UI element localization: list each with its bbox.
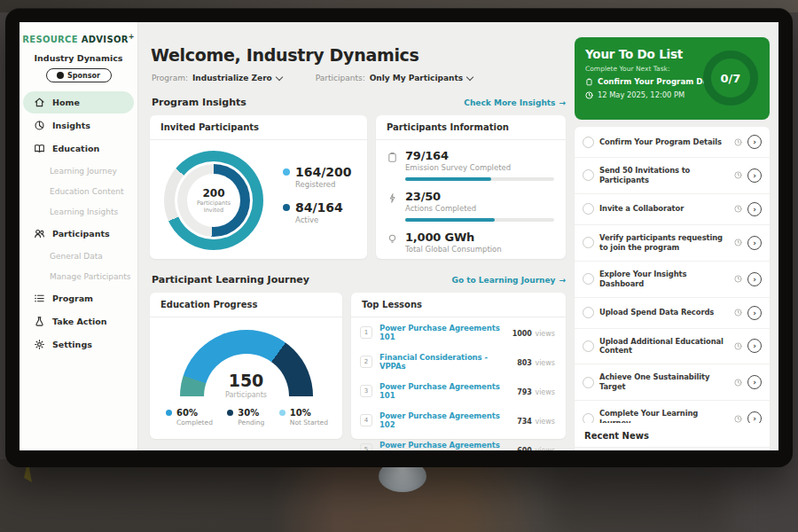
sponsor-badge: Sponsor [46, 68, 112, 82]
sidebar-item-program[interactable]: Program [23, 287, 134, 309]
legend-dot [283, 204, 290, 211]
todo-panel: Your To Do List Complete Your Next Task:… [575, 22, 770, 450]
program-icon [34, 293, 45, 304]
lesson-row[interactable]: 2 Financial Considerations - VPPAs 803 v… [351, 347, 566, 376]
lesson-link[interactable]: Power Purchase Agreements 101 [379, 324, 505, 341]
arrow-right-icon: → [559, 98, 566, 107]
go-to-learning-journey-link[interactable]: Go to Learning Journey → [452, 276, 566, 285]
main-content: Welcome, Industry Dynamics Program: Indu… [137, 22, 575, 450]
clock-icon [734, 309, 742, 317]
participants-select[interactable]: Participants: Only My Participants [316, 74, 473, 82]
lesson-row[interactable]: 1 Power Purchase Agreements 101 1000 vie… [351, 317, 566, 347]
emission-progress-bar [405, 177, 554, 181]
task-row[interactable]: Upload Additional Educational Content › [575, 329, 770, 365]
sidebar-item-learning-journey[interactable]: Learning Journey [20, 160, 137, 181]
sidebar: RESOURCE ADVISOR+ Industry Dynamics Spon… [20, 22, 138, 450]
clock-icon [734, 138, 742, 146]
sponsor-icon [57, 72, 64, 79]
legend-pending: 30% Pending [227, 408, 264, 426]
sidebar-item-manage-participants[interactable]: Manage Participants [20, 266, 137, 286]
sidebar-item-education-content[interactable]: Education Content [20, 181, 137, 201]
screen: RESOURCE ADVISOR+ Industry Dynamics Spon… [20, 22, 778, 450]
task-checkbox[interactable] [583, 169, 594, 181]
legend-registered: 164/200 Registered [283, 165, 352, 189]
education-gauge-chart: 150 Participants [180, 330, 313, 399]
monitor-bezel: RESOURCE ADVISOR+ Industry Dynamics Spon… [5, 8, 793, 467]
sidebar-item-home[interactable]: Home [23, 91, 134, 113]
task-open-button[interactable]: › [747, 135, 762, 149]
legend-dot [279, 410, 286, 416]
task-checkbox[interactable] [583, 203, 594, 215]
lesson-link[interactable]: Power Purchase Agreements 101 [379, 382, 510, 400]
clock-icon [734, 239, 742, 246]
sidebar-nav: Home Insights Education Learning Journey… [20, 91, 137, 356]
sidebar-item-general-data[interactable]: General Data [20, 246, 137, 266]
sidebar-item-take-action[interactable]: Take Action [23, 310, 134, 332]
tasks-card: Confirm Your Program Details › Send 50 I… [575, 127, 770, 450]
task-open-button[interactable]: › [747, 339, 762, 353]
invited-donut-chart: 200 Participants Invited [164, 151, 263, 250]
chevron-down-icon [466, 73, 473, 80]
task-open-button[interactable]: › [747, 306, 762, 320]
task-open-button[interactable]: › [747, 202, 762, 216]
task-open-button[interactable]: › [747, 236, 762, 250]
task-open-button[interactable]: › [747, 272, 762, 286]
task-checkbox[interactable] [583, 273, 594, 285]
program-insights-header: Program Insights Check More Insights → [152, 97, 566, 108]
task-checkbox[interactable] [583, 307, 594, 318]
legend-active: 84/164 Active [283, 200, 352, 224]
task-checkbox[interactable] [583, 137, 594, 148]
filters: Program: Industrialize Zero Participants… [152, 74, 473, 82]
task-row[interactable]: Confirm Your Program Details › [575, 127, 770, 158]
stat-emission-survey: 79/164 Emission Survey Completed [376, 140, 566, 181]
task-open-button[interactable]: › [747, 375, 762, 389]
invited-participants-card: Invited Participants 200 Participants In… [150, 115, 367, 259]
task-row[interactable]: Send 50 Invitations to Participants › [575, 158, 770, 194]
sidebar-item-settings[interactable]: Settings [23, 333, 134, 356]
survey-icon [387, 152, 398, 163]
sidebar-item-education[interactable]: Education [23, 137, 134, 160]
task-checkbox[interactable] [583, 237, 594, 248]
task-open-button[interactable]: › [747, 168, 762, 183]
legend-dot [227, 410, 233, 416]
org-name: Industry Dynamics [20, 53, 137, 63]
check-more-insights-link[interactable]: Check More Insights → [464, 98, 566, 107]
participants-icon [34, 228, 45, 239]
invited-legend: 164/200 Registered 84/164 Active [283, 165, 352, 236]
lesson-link[interactable]: Power Purchase Agreements 103 [379, 441, 510, 450]
lesson-link[interactable]: Financial Considerations - VPPAs [379, 353, 510, 371]
lesson-row[interactable]: 3 Power Purchase Agreements 101 793 view… [351, 376, 566, 405]
sidebar-item-insights[interactable]: Insights [23, 114, 134, 137]
education-icon [34, 143, 45, 154]
sidebar-item-participants[interactable]: Participants [23, 223, 134, 245]
legend-not-started: 10% Not Started [279, 408, 328, 426]
lesson-link[interactable]: Power Purchase Agreements 102 [379, 411, 510, 429]
clipboard-icon [585, 78, 593, 86]
task-row[interactable]: Achieve One Sustainability Target › [575, 364, 770, 401]
task-checkbox[interactable] [583, 377, 594, 388]
task-row[interactable]: Invite a Collaborator › [575, 194, 770, 225]
clock-icon [734, 275, 742, 283]
task-row[interactable]: Verify participants requesting to join t… [575, 225, 770, 262]
task-row[interactable]: Upload Spend Data Records › [575, 298, 770, 329]
lesson-row[interactable]: 4 Power Purchase Agreements 102 734 view… [351, 405, 566, 434]
clock-icon [734, 205, 742, 213]
education-progress-card: Education Progress 150 Participants 60% … [150, 293, 342, 439]
take-action-icon [34, 316, 45, 327]
clock-icon [734, 379, 742, 387]
legend-dot [283, 168, 290, 176]
program-select[interactable]: Program: Industrialize Zero [152, 74, 282, 82]
actions-progress-bar [405, 218, 554, 222]
lesson-row[interactable]: 5 Power Purchase Agreements 103 600 view… [351, 434, 566, 450]
task-row[interactable]: Explore Your Insights Dashboard › [575, 262, 770, 298]
legend-dot [166, 410, 172, 416]
sidebar-item-learning-insights[interactable]: Learning Insights [20, 201, 137, 222]
clock-icon [734, 171, 742, 179]
settings-icon [34, 339, 45, 350]
arrow-right-icon: → [559, 276, 566, 285]
background-shadow [550, 463, 727, 532]
stat-consumption: 1,000 GWh Total Global Consumption [376, 222, 566, 254]
task-checkbox[interactable] [583, 340, 594, 352]
legend-completed: 60% Completed [166, 408, 213, 426]
todo-summary-card: Your To Do List Complete Your Next Task:… [575, 37, 770, 120]
